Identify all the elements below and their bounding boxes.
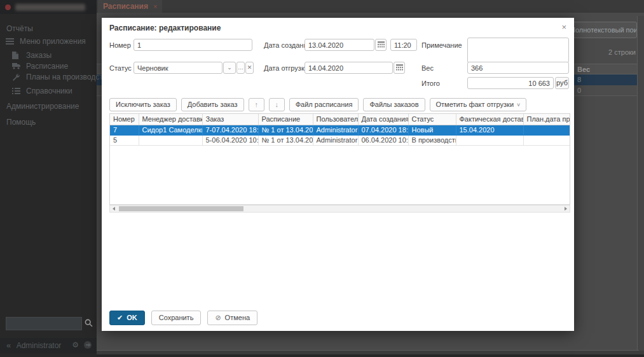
chevron-down-icon: ⌄ (227, 64, 232, 71)
column-header[interactable]: Менеджер доставки (139, 114, 202, 125)
content-right-scroll-area[interactable] (637, 16, 644, 351)
sidebar: Отчёты Меню приложения Заказы Расписание… (0, 0, 97, 357)
total-input[interactable] (467, 77, 554, 89)
close-icon[interactable]: × (561, 22, 566, 32)
shipping-date-calendar-button[interactable] (394, 62, 405, 74)
wrench-icon (12, 73, 21, 81)
column-header[interactable]: Дата создания (358, 114, 408, 125)
app-logo-icon (5, 4, 11, 10)
app-title-redacted (15, 4, 85, 11)
orders-toolbar: Исключить заказ Добавить заказ ↑ ↓ Файл … (109, 98, 526, 111)
exclude-order-button[interactable]: Исключить заказ (109, 98, 177, 111)
clear-icon: ✕ (247, 64, 252, 71)
sidebar-item-app-menu[interactable]: Меню приложения (6, 36, 86, 46)
scroll-left-icon[interactable] (113, 207, 115, 211)
page-bottom-strip (97, 354, 644, 357)
column-header[interactable]: Статус (408, 114, 456, 125)
search-icon[interactable] (85, 318, 93, 330)
creation-date-calendar-button[interactable] (375, 39, 387, 51)
sidebar-search-input[interactable] (6, 317, 82, 330)
table-row-selected[interactable]: 7 Сидор1 Самоделкин1 7-07.04.2020 18:52 … (110, 125, 570, 135)
table-header-row: Номер Менеджер доставки Заказ Расписание… (110, 114, 570, 125)
list-icon (12, 88, 21, 94)
status-label: Статус (109, 64, 132, 72)
total-label: Итого (421, 80, 440, 87)
scrollbar-thumb[interactable] (119, 206, 243, 211)
background-column-weight: Вес (577, 66, 590, 73)
currency-addon: руб (555, 77, 569, 89)
tab-close-icon[interactable]: × (153, 3, 157, 10)
calendar-icon (378, 42, 385, 50)
save-button[interactable]: Сохранить (151, 311, 202, 325)
add-order-button[interactable]: Добавить заказ (181, 98, 244, 111)
table-horizontal-scrollbar[interactable] (109, 205, 570, 213)
status-lookup-button[interactable]: … (236, 62, 245, 74)
note-label: Примечание (421, 41, 462, 49)
column-header[interactable]: Расписание (258, 114, 313, 125)
chevron-down-icon: ˅ (517, 102, 520, 108)
note-textarea[interactable] (467, 38, 569, 63)
cancel-icon: ⊘ (215, 314, 221, 321)
sidebar-footer: « Administrator ⚙ (0, 338, 97, 353)
column-header[interactable]: Номер (110, 114, 139, 125)
document-icon (12, 52, 21, 59)
truck-icon (12, 62, 21, 69)
tab-schedules[interactable]: Расписания× (98, 0, 162, 13)
status-combobox[interactable] (134, 62, 223, 74)
table-row[interactable]: 5 5-06.04.2020 10:58 № 1 от 13.04.2020 A… (110, 135, 570, 145)
schedule-edit-dialog: Расписание: редактирование × Номер Дата … (102, 18, 574, 331)
sidebar-item-administration[interactable]: Администрирование (6, 101, 79, 111)
creation-time-input[interactable] (390, 39, 417, 51)
sidebar-item-directories[interactable]: Справочники (12, 86, 72, 95)
weight-input[interactable] (467, 62, 569, 74)
move-down-button[interactable]: ↓ (269, 98, 285, 111)
check-icon: ✔ (117, 314, 123, 321)
cancel-button[interactable]: ⊘Отмена (207, 311, 257, 325)
order-files-button[interactable]: Файлы заказов (363, 98, 425, 111)
gear-icon[interactable]: ⚙ (72, 340, 79, 349)
mark-shipment-button[interactable]: Отметить факт отгрузки˅ (430, 98, 527, 111)
column-header[interactable]: План.дата прои (523, 114, 570, 125)
sidebar-item-schedule[interactable]: Расписание (12, 61, 68, 71)
dialog-footer: ✔OK Сохранить ⊘Отмена (109, 311, 257, 325)
schedule-file-button[interactable]: Файл расписания (289, 98, 359, 111)
creation-date-input[interactable] (305, 39, 374, 51)
ok-button[interactable]: ✔OK (109, 311, 145, 325)
calendar-icon (396, 65, 403, 73)
tab-bar: Расписания× (97, 0, 644, 13)
sidebar-item-reports[interactable]: Отчёты (6, 24, 33, 33)
sidebar-item-production-plans[interactable]: Планы на производство (12, 72, 111, 81)
menu-icon (6, 38, 15, 45)
orders-table: Номер Менеджер доставки Заказ Расписание… (109, 113, 570, 205)
scroll-right-icon[interactable] (565, 207, 567, 211)
current-user-label: Administrator (0, 341, 78, 350)
status-clear-button[interactable]: ✕ (245, 62, 254, 74)
number-label: Номер (109, 41, 131, 49)
ellipsis-icon: … (238, 64, 243, 71)
move-up-button[interactable]: ↑ (249, 98, 264, 111)
shipping-date-input[interactable] (305, 62, 393, 74)
column-header[interactable]: Пользователь (313, 114, 358, 125)
app-header (0, 0, 97, 14)
sidebar-item-orders[interactable]: Заказы (12, 50, 51, 60)
weight-label: Вес (421, 64, 434, 72)
dialog-title: Расписание: редактирование (109, 24, 221, 32)
sidebar-item-help[interactable]: Помощь (6, 117, 36, 127)
fulltext-search-button[interactable]: Полнотекстовый поиск (570, 22, 637, 38)
application-window: Полнотекстовый поиск 2 строки Вес 8 0 Ра… (0, 0, 644, 357)
column-header[interactable]: Фактическая доставка (456, 114, 523, 125)
status-dropdown-button[interactable]: ⌄ (223, 62, 236, 74)
column-header[interactable]: Заказ (202, 114, 258, 125)
number-input[interactable] (134, 39, 252, 51)
shipping-date-label: Дата отгрузки (264, 64, 308, 72)
logout-icon[interactable] (84, 341, 92, 351)
